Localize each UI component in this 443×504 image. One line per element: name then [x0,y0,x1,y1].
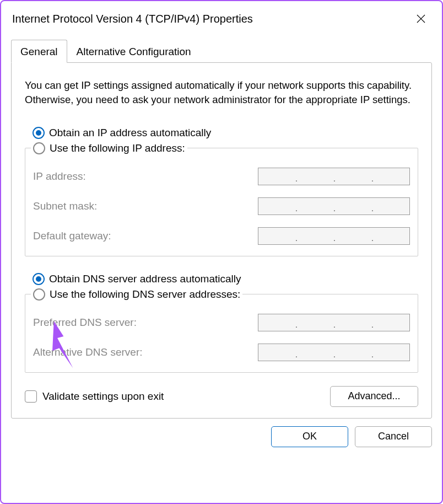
radio-ip-auto[interactable]: Obtain an IP address automatically [33,127,418,139]
advanced-button[interactable]: Advanced... [330,386,418,407]
radio-label: Use the following DNS server addresses: [50,288,240,301]
field-label: Subnet mask: [33,200,97,212]
checkbox-label: Validate settings upon exit [42,390,164,403]
validate-checkbox-row[interactable]: Validate settings upon exit [25,390,164,403]
intro-text: You can get IP settings assigned automat… [25,78,418,107]
dns-manual-group: Use the following DNS server addresses: … [25,288,418,373]
close-icon [417,14,425,23]
tab-alternative[interactable]: Alternative Configuration [67,40,201,62]
field-preferred-dns: Preferred DNS server: ... [33,314,410,331]
field-subnet-mask: Subnet mask: ... [33,197,410,215]
radio-label: Obtain DNS server address automatically [49,273,241,285]
radio-icon [33,127,45,139]
radio-label: Use the following IP address: [50,142,185,154]
radio-dns-auto[interactable]: Obtain DNS server address automatically [33,273,418,285]
field-label: Default gateway: [33,230,111,242]
bottom-row: Validate settings upon exit Advanced... [25,386,418,407]
field-default-gateway: Default gateway: ... [33,227,410,245]
alternative-dns-input: ... [258,344,410,361]
cancel-button[interactable]: Cancel [355,426,432,447]
default-gateway-input: ... [258,227,410,245]
tabs-container: General Alternative Configuration You ca… [11,40,432,419]
radio-icon [33,288,45,301]
preferred-dns-input: ... [258,314,410,331]
close-button[interactable] [409,7,433,31]
ip-address-input: ... [258,168,410,185]
radio-icon [33,273,45,285]
tab-general[interactable]: General [11,40,67,63]
ip-manual-group: Use the following IP address: IP address… [25,142,418,256]
radio-dns-manual[interactable]: Use the following DNS server addresses: [31,288,242,301]
field-label: Alternative DNS server: [33,346,143,358]
subnet-mask-input: ... [258,197,410,215]
field-label: IP address: [33,170,86,183]
field-label: Preferred DNS server: [33,317,137,329]
radio-label: Obtain an IP address automatically [49,127,211,139]
titlebar: Internet Protocol Version 4 (TCP/IPv4) P… [1,1,442,30]
checkbox-icon [25,390,37,403]
dialog-footer: OK Cancel [1,419,442,456]
general-panel: You can get IP settings assigned automat… [11,62,432,419]
radio-icon [33,142,45,154]
radio-ip-manual[interactable]: Use the following IP address: [31,142,187,154]
window-title: Internet Protocol Version 4 (TCP/IPv4) P… [12,13,253,25]
tabs: General Alternative Configuration [11,40,432,62]
ok-button[interactable]: OK [271,426,348,447]
field-alternative-dns: Alternative DNS server: ... [33,344,410,361]
field-ip-address: IP address: ... [33,168,410,185]
